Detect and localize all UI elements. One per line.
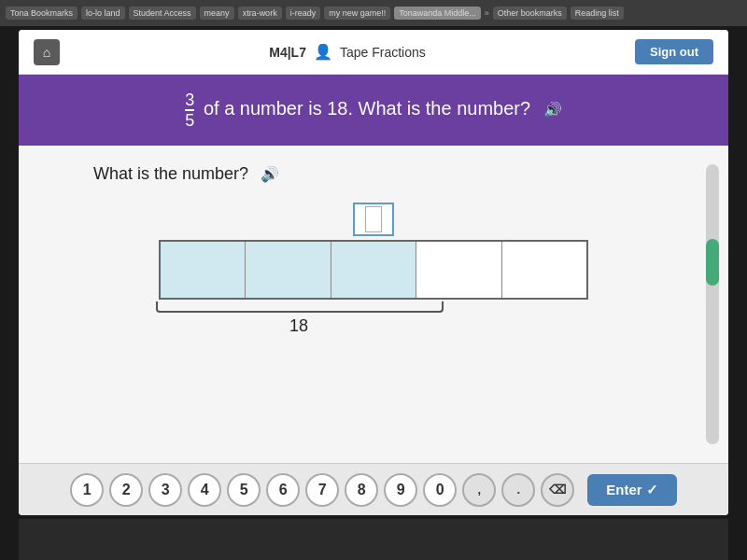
sub-audio-icon[interactable]: 🔊 (261, 165, 279, 183)
numpad-6[interactable]: 6 (266, 473, 300, 507)
numpad-1[interactable]: 1 (70, 473, 104, 507)
answer-input-box[interactable] (353, 203, 394, 236)
numpad-comma[interactable]: , (462, 473, 496, 507)
numpad-4[interactable]: 4 (188, 473, 221, 507)
fraction-numerator: 3 (185, 91, 194, 111)
keyboard-area (19, 519, 728, 560)
browser-tab-bookmarks[interactable]: Tona Bookmarks (6, 7, 78, 20)
brace-container: 18 (149, 301, 448, 336)
browser-tab-lolo[interactable]: lo-lo land (81, 7, 125, 20)
numpad-dot[interactable]: . (501, 473, 535, 507)
answer-cursor (365, 206, 382, 232)
tape-area: 18 (149, 203, 598, 336)
numpad-3[interactable]: 3 (148, 473, 182, 507)
browser-tab-reading[interactable]: Reading list (571, 7, 624, 20)
browser-tab-tonawanda[interactable]: Tonawanda Middle... (394, 7, 481, 20)
tape-cell-5 (502, 242, 586, 298)
numpad-backspace[interactable]: ⌫ (541, 473, 574, 507)
app-container: ⌂ M4|L7 👤 Tape Fractions Sign out 3 5 of… (19, 30, 728, 515)
audio-icon[interactable]: 🔊 (543, 101, 562, 119)
numpad-9[interactable]: 9 (384, 473, 417, 507)
sub-question-text: What is the number? (93, 164, 248, 183)
numpad-area: 1 2 3 4 5 6 7 8 9 0 , . ⌫ Enter ✓ (19, 463, 728, 515)
home-icon[interactable]: ⌂ (34, 39, 60, 65)
fraction-denominator: 5 (185, 111, 194, 129)
sign-out-button[interactable]: Sign out (635, 39, 713, 64)
tape-cell-2 (246, 242, 331, 298)
nav-left: ⌂ (34, 39, 60, 65)
numpad-0[interactable]: 0 (423, 473, 457, 507)
question-text: of a number is 18. What is the number? (204, 98, 530, 119)
nav-bar: ⌂ M4|L7 👤 Tape Fractions Sign out (19, 30, 728, 75)
tape-cell-4 (416, 242, 501, 298)
person-icon: 👤 (314, 43, 332, 61)
tape-cell-3 (331, 242, 416, 298)
numpad-5[interactable]: 5 (227, 473, 261, 507)
browser-tab-other[interactable]: Other bookmarks (493, 7, 567, 20)
tape-cell-1 (161, 242, 246, 298)
sub-question: What is the number? 🔊 (93, 164, 279, 184)
module-label: M4|L7 (269, 45, 306, 60)
answer-box-container (353, 203, 394, 236)
browser-tab-student[interactable]: Student Access (129, 7, 196, 20)
brace-line (156, 301, 444, 313)
browser-tab-xtra[interactable]: xtra-work (238, 7, 282, 20)
scroll-thumb[interactable] (706, 239, 719, 286)
scroll-track[interactable] (706, 164, 719, 444)
question-banner: 3 5 of a number is 18. What is the numbe… (19, 75, 728, 146)
browser-tab-meany[interactable]: meany (200, 7, 234, 20)
numpad-7[interactable]: 7 (305, 473, 339, 507)
numpad-2[interactable]: 2 (109, 473, 143, 507)
enter-button[interactable]: Enter ✓ (587, 474, 677, 506)
tape-diagram (159, 240, 588, 300)
tabs-overflow: » (485, 8, 489, 18)
browser-tab-game[interactable]: my new game!! (324, 7, 390, 20)
app-title: Tape Fractions (340, 45, 426, 60)
brace-label: 18 (289, 316, 308, 336)
browser-tab-iready[interactable]: i-ready (286, 7, 321, 20)
numpad-8[interactable]: 8 (345, 473, 378, 507)
browser-chrome: Tona Bookmarks lo-lo land Student Access… (0, 0, 747, 26)
nav-center: M4|L7 👤 Tape Fractions (269, 43, 426, 61)
content-area: What is the number? 🔊 18 (19, 146, 728, 463)
fraction-display: 3 5 (185, 91, 194, 129)
